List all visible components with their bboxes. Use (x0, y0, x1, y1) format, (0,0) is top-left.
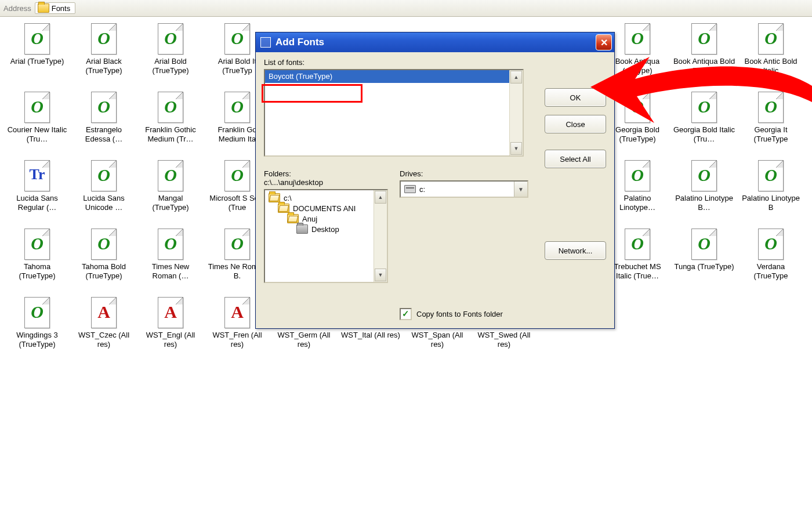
font-file-icon: O (691, 160, 717, 191)
folders-label: Folders: (264, 169, 388, 178)
folder-closed-icon (296, 224, 308, 234)
fonts-list-item[interactable]: Boycott (TrueType) (265, 70, 509, 83)
font-glyph: O (92, 165, 116, 185)
font-file-icon: O (758, 92, 784, 123)
font-file[interactable]: OArial (TrueType) (5, 23, 70, 66)
scroll-up-button[interactable]: ▲ (510, 71, 522, 84)
font-glyph: O (158, 165, 183, 185)
font-file[interactable]: OPalatino Linotype B (738, 160, 803, 213)
font-file[interactable]: OCourier New Italic (Tru… (5, 92, 70, 144)
dialog-title: Add Fonts (276, 37, 324, 48)
close-button[interactable]: Close (545, 115, 606, 133)
fonts-list-scrollbar[interactable]: ▲ ▼ (509, 70, 523, 155)
font-glyph: O (759, 28, 783, 48)
address-label: Address (3, 4, 31, 13)
font-file-icon: O (224, 23, 250, 55)
folder-tree-item[interactable]: Anuj (266, 213, 372, 224)
font-file-icon: O (758, 229, 784, 260)
font-file[interactable]: OTimes New Roman (… (138, 229, 203, 281)
font-file-label: WST_Span (All res) (405, 331, 470, 350)
font-file[interactable]: OLucida Sans Unicode … (71, 160, 136, 213)
address-bar: Address Fonts (0, 0, 812, 17)
font-file-icon: O (158, 160, 183, 191)
font-file[interactable]: OArial Black (TrueType) (71, 23, 136, 76)
font-file-icon: O (158, 92, 183, 123)
font-glyph: A (225, 302, 249, 322)
font-file-icon: O (24, 297, 50, 328)
font-file[interactable]: TrLucida Sans Regular (… (5, 160, 70, 213)
folder-tree-label: DOCUMENTS ANI (293, 204, 356, 213)
font-file-icon: O (224, 229, 250, 260)
font-glyph: O (759, 234, 783, 253)
font-file-label: Franklin Gothic Medium (Tr… (138, 125, 203, 144)
font-glyph: O (625, 234, 650, 253)
font-file[interactable]: OMangal (TrueType) (138, 160, 203, 213)
folders-scrollbar[interactable]: ▲ ▼ (374, 190, 387, 282)
font-file-icon: O (758, 23, 784, 55)
app-icon (260, 37, 271, 48)
font-file[interactable]: AWST_Engl (All res) (138, 297, 203, 350)
folders-column: Folders: c:\...\anuj\desktop c:\DOCUMENT… (264, 169, 388, 283)
folders-path: c:\...\anuj\desktop (264, 178, 388, 187)
checkbox-icon (400, 308, 412, 320)
font-file[interactable]: OVerdana (TrueType (738, 229, 803, 281)
copy-fonts-checkbox[interactable]: Copy fonts to Fonts folder (400, 308, 503, 320)
font-file[interactable]: OTunga (TrueType) (672, 229, 737, 271)
font-file-icon: A (224, 297, 250, 328)
folder-open-icon (269, 193, 280, 202)
font-file[interactable]: OTahoma Bold (TrueType) (71, 229, 136, 281)
font-file-label: Tahoma Bold (TrueType) (71, 262, 136, 281)
drives-label: Drives: (400, 169, 528, 178)
font-glyph: O (692, 97, 716, 117)
chevron-down-icon[interactable]: ▼ (514, 182, 527, 197)
font-glyph: O (692, 28, 716, 48)
font-file[interactable]: OEstrangelo Edessa (… (71, 92, 136, 144)
scroll-up-button[interactable]: ▲ (375, 191, 386, 204)
scroll-down-button[interactable]: ▼ (375, 269, 386, 281)
folder-tree-item[interactable]: Desktop (266, 224, 372, 234)
font-glyph: O (692, 234, 716, 253)
font-file-label: Palatino Linotype B (738, 194, 803, 213)
font-file-label: Arial Bold (TrueType) (138, 57, 203, 76)
select-all-button[interactable]: Select All (545, 150, 606, 168)
font-file[interactable]: OTahoma (TrueType) (5, 229, 70, 281)
font-file[interactable]: OWingdings 3 (TrueType) (5, 297, 70, 350)
address-path-text: Fonts (52, 4, 71, 13)
font-file[interactable]: OFranklin Gothic Medium (Tr… (138, 92, 203, 144)
dialog-close-button[interactable]: ✕ (596, 34, 612, 50)
font-glyph: O (759, 97, 783, 117)
font-file[interactable]: OArial Bold (TrueType) (138, 23, 203, 76)
font-file-icon: O (24, 92, 50, 123)
drives-combobox[interactable]: c: ▼ (400, 180, 528, 198)
font-glyph: O (92, 28, 116, 48)
font-file-label: Palatino Linotype B… (672, 194, 737, 213)
font-file[interactable]: OGeorgia It (TrueType (738, 92, 803, 144)
font-file[interactable]: OGeorgia Bold Italic (Tru… (672, 92, 737, 144)
font-file[interactable]: AWST_Czec (All res) (71, 297, 136, 350)
scroll-down-button[interactable]: ▼ (510, 142, 522, 155)
drives-value: c: (419, 185, 510, 194)
folder-tree-item[interactable]: DOCUMENTS ANI (266, 203, 372, 213)
network-button[interactable]: Network... (545, 241, 606, 260)
font-file[interactable]: OBook Antiqua Bold (True… (672, 23, 737, 76)
font-file-icon: O (625, 23, 650, 55)
address-path[interactable]: Fonts (35, 2, 76, 14)
ok-button[interactable]: OK (545, 88, 606, 107)
folders-treebox[interactable]: c:\DOCUMENTS ANIAnujDesktop ▲ ▼ (264, 189, 388, 283)
list-of-fonts-label: List of fonts: (264, 58, 606, 67)
dialog-titlebar[interactable]: Add Fonts ✕ (256, 32, 614, 52)
checkbox-label: Copy fonts to Fonts folder (416, 310, 503, 318)
font-glyph: O (759, 165, 783, 185)
font-file[interactable]: OPalatino Linotype B… (672, 160, 737, 213)
font-glyph: O (25, 28, 49, 48)
font-file-icon: O (691, 229, 717, 260)
font-glyph: O (92, 234, 116, 253)
font-file[interactable]: OBook Antic Bold Italic (738, 23, 803, 76)
font-file-label: WST_Swed (All res) (472, 331, 536, 350)
font-file-label: WST_Czec (All res) (71, 331, 136, 350)
fonts-listbox[interactable]: Boycott (TrueType) ▲ ▼ (264, 69, 524, 157)
font-glyph: A (158, 302, 183, 322)
font-file-label: WST_Fren (All res) (205, 331, 270, 350)
font-file-label: Verdana (TrueType (738, 262, 803, 281)
font-file-icon: A (91, 297, 117, 328)
